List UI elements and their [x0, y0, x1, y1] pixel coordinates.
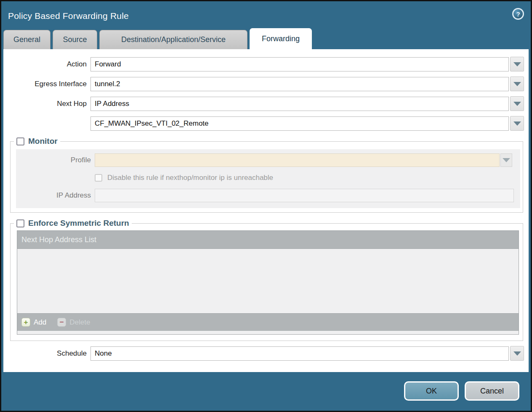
action-dropdown-trigger[interactable] — [510, 57, 524, 71]
help-icon[interactable]: ? — [512, 8, 524, 20]
egress-interface-row: Egress Interface tunnel.2 — [3, 77, 529, 91]
plus-icon: + — [21, 318, 30, 327]
egress-interface-label: Egress Interface — [3, 77, 87, 91]
schedule-input[interactable]: None — [90, 346, 509, 361]
minus-icon: − — [57, 318, 66, 327]
monitor-legend-label: Monitor — [28, 137, 58, 146]
action-label: Action — [3, 57, 87, 71]
action-combo: Forward — [90, 57, 524, 71]
egress-interface-input[interactable]: tunnel.2 — [90, 77, 509, 91]
delete-button-label: Delete — [69, 318, 90, 327]
tab-destination-application-service[interactable]: Destination/Application/Service — [99, 30, 247, 49]
next-hop-address-row: CF_MWAN_IPsec_VTI_02_Remote — [3, 116, 529, 131]
grid-body — [17, 249, 519, 313]
enforce-symmetric-return-fieldset: Enforce Symmetric Return Next Hop Addres… — [10, 219, 523, 341]
next-hop-type-input[interactable]: IP Address — [90, 97, 509, 111]
chevron-down-icon — [513, 351, 521, 356]
chevron-down-icon — [513, 82, 521, 86]
monitor-fieldset: Monitor Profile Disable this rule if nex… — [10, 137, 523, 213]
cancel-button[interactable]: Cancel — [465, 381, 519, 401]
next-hop-row: Next Hop IP Address — [3, 96, 529, 111]
monitor-panel: Profile Disable this rule if nexthop/mon… — [16, 149, 520, 208]
schedule-combo: None — [90, 346, 524, 361]
dialog-footer: OK Cancel — [1, 372, 531, 410]
enforce-symmetric-return-legend-label: Enforce Symmetric Return — [28, 219, 129, 228]
monitor-ip-label: IP Address — [16, 189, 91, 202]
delete-button: − Delete — [57, 318, 90, 327]
next-hop-address-combo: CF_MWAN_IPsec_VTI_02_Remote — [90, 116, 524, 131]
dialog-title: Policy Based Forwarding Rule — [8, 11, 129, 21]
chevron-down-icon — [513, 62, 521, 66]
next-hop-address-input[interactable]: CF_MWAN_IPsec_VTI_02_Remote — [90, 116, 509, 131]
chevron-down-icon — [503, 158, 510, 162]
grid-toolbar: + Add − Delete — [17, 313, 519, 331]
monitor-ip-row: IP Address — [16, 189, 520, 202]
forwarding-tab-panel: Action Forward Egress Interface tunnel.2… — [3, 49, 529, 372]
ok-button[interactable]: OK — [404, 381, 459, 401]
enforce-symmetric-return-checkbox[interactable] — [16, 219, 24, 227]
action-input[interactable]: Forward — [90, 57, 509, 71]
tab-source[interactable]: Source — [53, 30, 97, 49]
next-hop-type-combo: IP Address — [90, 96, 524, 111]
profile-row: Profile — [16, 153, 520, 167]
tab-bar: General Source Destination/Application/S… — [1, 28, 531, 49]
add-button-label: Add — [34, 318, 46, 327]
action-row: Action Forward — [3, 57, 529, 71]
next-hop-type-dropdown-trigger[interactable] — [510, 96, 524, 111]
schedule-label: Schedule — [3, 346, 87, 361]
add-button[interactable]: + Add — [21, 318, 46, 327]
disable-rule-row: Disable this rule if nexthop/monitor ip … — [95, 174, 520, 182]
disable-rule-label: Disable this rule if nexthop/monitor ip … — [107, 174, 273, 182]
chevron-down-icon — [513, 102, 521, 106]
monitor-checkbox[interactable] — [16, 137, 24, 145]
grid-header: Next Hop Address List — [17, 231, 519, 249]
next-hop-address-dropdown-trigger[interactable] — [510, 116, 524, 131]
schedule-dropdown-trigger[interactable] — [510, 346, 524, 361]
monitor-legend: Monitor — [14, 137, 60, 146]
tab-general[interactable]: General — [3, 30, 51, 49]
dialog-titlebar: Policy Based Forwarding Rule ? — [1, 1, 531, 28]
next-hop-label: Next Hop — [3, 97, 87, 111]
profile-input — [95, 153, 500, 167]
disable-rule-checkbox — [95, 174, 102, 182]
chevron-down-icon — [513, 121, 521, 126]
grid-header-label: Next Hop Address List — [21, 235, 96, 244]
tab-forwarding[interactable]: Forwarding — [250, 28, 312, 49]
next-hop-address-list-grid: Next Hop Address List + Add − Delete — [17, 230, 519, 335]
monitor-ip-input — [95, 189, 514, 202]
egress-interface-combo: tunnel.2 — [90, 77, 524, 91]
pbf-rule-dialog: Policy Based Forwarding Rule ? General S… — [0, 0, 532, 412]
schedule-row: Schedule None — [3, 346, 529, 361]
grid-footer-strip — [17, 331, 519, 334]
enforce-symmetric-return-legend: Enforce Symmetric Return — [14, 219, 132, 228]
egress-interface-dropdown-trigger[interactable] — [510, 77, 524, 91]
profile-label: Profile — [16, 153, 91, 167]
profile-dropdown-trigger — [500, 153, 512, 167]
